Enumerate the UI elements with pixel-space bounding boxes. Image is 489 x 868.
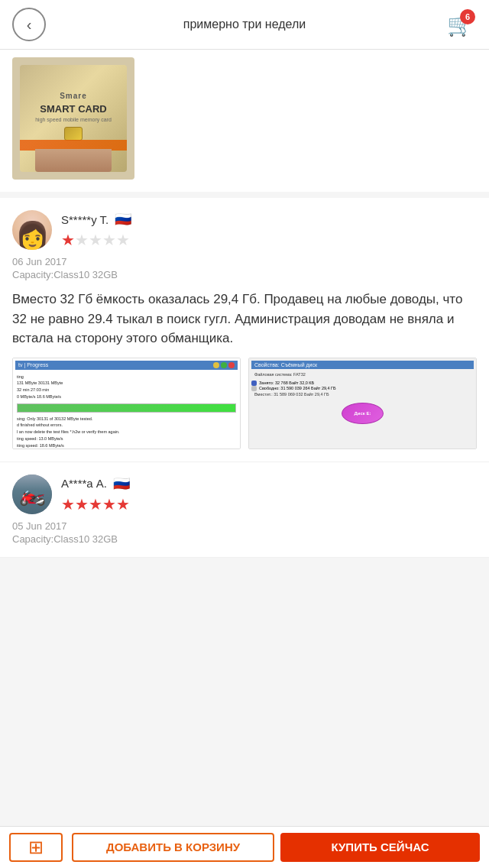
star2-3: ★ <box>89 495 102 513</box>
screenshot-progress-inner: tv | Progress ting 131 MByte 30131 MByte… <box>13 358 240 449</box>
avatar-figure: 👩 <box>15 222 50 250</box>
add-to-cart-button[interactable]: ДОБАВИТЬ В КОРЗИНУ <box>72 833 274 862</box>
star-1: ★ <box>61 231 75 249</box>
disk-free-row: Свободно: 31 590 039 264 Байт 29,4 ГБ <box>251 386 474 391</box>
disk-occupied: Занято: 32 768 Байт 32,0 КБ <box>259 381 314 385</box>
disk-label: Диск E: <box>355 411 371 416</box>
star-3: ★ <box>89 231 102 249</box>
buy-now-button[interactable]: КУПИТЬ СЕЙЧАС <box>280 833 480 862</box>
reviewer-flag: 🇷🇺 <box>115 211 131 228</box>
add-to-cart-label: ДОБАВИТЬ В КОРЗИНУ <box>106 840 240 854</box>
product-subtitle: high speed mobile memory card <box>35 117 112 122</box>
prog-note-4: ting speed: 13.0 MByte/s <box>17 436 236 442</box>
prog-line-2: 131 MByte 30131 MByte <box>17 380 236 387</box>
review-header-2: 🏍️ A****а А. 🇷🇺 ★ ★ ★ ★ ★ <box>12 474 477 514</box>
reviewer-name-row-1: S*****y T. 🇷🇺 <box>61 211 477 228</box>
header-title: примерно три недели <box>46 17 443 33</box>
win-close <box>228 362 235 368</box>
reviewer-name-2: A****а А. <box>61 477 107 490</box>
prog-note-2: d finished without errors. <box>17 422 236 429</box>
reviewer-info-2: A****а А. 🇷🇺 ★ ★ ★ ★ ★ <box>61 475 477 513</box>
win-title-1: tv | Progress <box>18 362 48 368</box>
back-button[interactable]: ‹ <box>12 8 46 41</box>
product-image[interactable]: Smare SMART CARD high speed mobile memor… <box>12 57 134 180</box>
wishlist-button[interactable]: ⊞ <box>9 833 63 862</box>
disk-oval: Диск E: <box>342 403 384 424</box>
progress-bar-fill <box>18 404 235 412</box>
win-maximize <box>221 362 227 368</box>
disk-dot-gray <box>251 386 257 391</box>
disk-total: Вместит.: 31 589 069 032 Байт 29,4 ГБ <box>251 391 474 398</box>
buy-now-label: КУПИТЬ СЕЙЧАС <box>332 840 429 854</box>
screenshot-disk[interactable]: Свойства: Съёмный диск Файловая система:… <box>248 358 477 449</box>
product-brand: Smare <box>60 92 87 100</box>
win-minimize <box>213 362 219 368</box>
progress-bar-wrap <box>17 403 236 413</box>
hand-holding <box>35 149 112 172</box>
disk-filesystem: Файловая система: FAT32 <box>251 371 474 378</box>
header: ‹ примерно три недели 🛒 6 <box>0 0 489 50</box>
prog-line-1: ting <box>17 374 236 381</box>
prog-line-3: 32 min 27:03 min <box>17 387 236 394</box>
star2-5: ★ <box>116 495 130 513</box>
prog-note-3: l an now delete the test files *.h2w or … <box>17 429 236 436</box>
reviewer-name-row-2: A****а А. 🇷🇺 <box>61 475 477 492</box>
review-card: 👩 S*****y T. 🇷🇺 ★ ★ ★ ★ ★ 06 Jun 2017 <box>0 198 489 462</box>
review-header-1: 👩 S*****y T. 🇷🇺 ★ ★ ★ ★ ★ <box>12 210 477 250</box>
spacer <box>0 558 489 619</box>
bottom-bar: ⊞ ДОБАВИТЬ В КОРЗИНУ КУПИТЬ СЕЙЧАС <box>0 826 489 868</box>
win-titlebar-1: tv | Progress <box>15 361 238 370</box>
avatar-male: 🏍️ <box>12 474 52 514</box>
star2-1: ★ <box>61 495 75 513</box>
review-text-1: Вместо 32 Гб ёмкость оказалась 29,4 Гб. … <box>12 290 477 348</box>
prog-note-1: sing: Only 30131 of 30132 MByte tested. <box>17 416 236 423</box>
reviews-container: 👩 S*****y T. 🇷🇺 ★ ★ ★ ★ ★ 06 Jun 2017 <box>0 198 489 558</box>
product-title: SMART CARD <box>40 103 106 115</box>
disk-titlebar: Свойства: Съёмный диск <box>251 361 474 369</box>
review-card-2: 🏍️ A****а А. 🇷🇺 ★ ★ ★ ★ ★ 05 Jun 2017 Ca… <box>0 462 489 558</box>
review-variant-1: Capacity:Class10 32GB <box>12 269 118 280</box>
screenshot-progress[interactable]: tv | Progress ting 131 MByte 30131 MByte… <box>12 358 241 449</box>
star-5: ★ <box>116 231 130 249</box>
avatar: 👩 <box>12 210 52 250</box>
review-images-1: tv | Progress ting 131 MByte 30131 MByte… <box>12 358 477 449</box>
card-chip <box>64 127 83 141</box>
prog-line-4: 0 MByte/s 18.6 MByte/s <box>17 394 236 400</box>
star2-4: ★ <box>102 495 116 513</box>
review-variant-2: Capacity:Class10 32GB <box>12 533 477 545</box>
reviewer-flag-2: 🇷🇺 <box>113 475 130 492</box>
cart-button[interactable]: 🛒 6 <box>443 8 477 41</box>
wishlist-icon: ⊞ <box>28 837 44 858</box>
review-date-2: 05 Jun 2017 <box>12 520 477 532</box>
star2-2: ★ <box>75 495 89 513</box>
win-close-btns <box>213 362 235 368</box>
reviewer-name: S*****y T. <box>61 213 108 226</box>
progress-content: ting 131 MByte 30131 MByte 32 min 27:03 … <box>15 372 238 449</box>
screenshot-disk-inner: Свойства: Съёмный диск Файловая система:… <box>249 358 476 449</box>
disk-occupied-row: Занято: 32 768 Байт 32,0 КБ <box>251 381 474 386</box>
stars-row-2: ★ ★ ★ ★ ★ <box>61 495 477 513</box>
product-image-section: Smare SMART CARD high speed mobile memor… <box>0 50 489 192</box>
prog-note-5: iting speed: 18.6 MByte/s <box>17 442 236 449</box>
product-image-inner: Smare SMART CARD high speed mobile memor… <box>20 65 127 172</box>
disk-free: Свободно: 31 590 039 264 Байт 29,4 ГБ <box>259 386 336 390</box>
reviewer-info-1: S*****y T. 🇷🇺 ★ ★ ★ ★ ★ <box>61 211 477 249</box>
review-date-1: 06 Jun 2017 <box>12 256 118 267</box>
star-4: ★ <box>102 231 116 249</box>
disk-dot-blue <box>251 381 257 386</box>
stars-row-1: ★ ★ ★ ★ ★ <box>61 231 477 249</box>
cart-badge: 6 <box>460 9 475 24</box>
star-2: ★ <box>75 231 89 249</box>
